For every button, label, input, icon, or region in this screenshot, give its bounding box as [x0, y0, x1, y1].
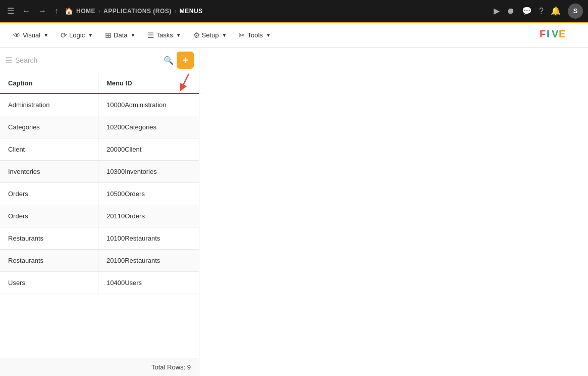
tasks-label: Tasks [156, 31, 173, 39]
home-icon: 🏠 [65, 7, 73, 15]
table-row[interactable]: Restaurants 20100Restaurants [0, 250, 199, 272]
up-icon[interactable]: ↑ [52, 5, 61, 18]
left-panel: ☰ 🔍 + Caption Menu ID [0, 48, 199, 376]
svg-text:E: E [559, 28, 565, 39]
chat-icon[interactable]: 💬 [522, 6, 532, 16]
cell-caption: Categories [0, 116, 98, 138]
logic-label: Logic [69, 31, 85, 39]
cell-menuid: 10200Categories [98, 116, 199, 138]
main-toolbar: 👁 Visual ▼ ⟳ Logic ▼ ⊞ Data ▼ ☰ Tasks ▼ … [0, 23, 588, 48]
cell-menuid: 10000Administration [98, 94, 199, 116]
logic-chevron: ▼ [88, 32, 93, 38]
data-label: Data [114, 31, 127, 39]
table-row[interactable]: Users 10400Users [0, 272, 199, 294]
visual-chevron: ▼ [43, 32, 48, 38]
avatar[interactable]: S [568, 4, 583, 19]
data-chevron: ▼ [131, 32, 136, 38]
tasks-menu[interactable]: ☰ Tasks ▼ [142, 28, 186, 43]
search-input[interactable] [15, 56, 161, 64]
cell-caption: Restaurants [0, 250, 98, 271]
table-row[interactable]: Categories 10200Categories [0, 116, 199, 138]
cell-menuid: 20000Client [98, 138, 199, 160]
nav-right-icons: ▶ ⏺ 💬 ? 🔔 S [494, 4, 583, 19]
tasks-icon: ☰ [147, 31, 154, 40]
main-content: ☰ 🔍 + Caption Menu ID [0, 48, 588, 376]
table-row[interactable]: Orders 20110Orders [0, 205, 199, 227]
back-icon[interactable]: ← [20, 5, 32, 18]
cell-caption: Restaurants [0, 227, 98, 249]
add-button[interactable]: + [177, 52, 194, 69]
setup-label: Setup [202, 31, 219, 39]
data-menu[interactable]: ⊞ Data ▼ [100, 28, 140, 43]
help-icon[interactable]: ? [539, 7, 544, 16]
cell-menuid: 20100Restaurants [98, 250, 199, 271]
tools-chevron: ▼ [266, 32, 271, 38]
bell-icon[interactable]: 🔔 [551, 6, 561, 16]
column-caption: Caption [0, 73, 98, 93]
hamburger-icon[interactable]: ☰ [5, 4, 16, 18]
svg-text:F: F [540, 28, 546, 39]
visual-label: Visual [23, 31, 40, 39]
logic-icon: ⟳ [61, 31, 67, 40]
column-menuid: Menu ID [98, 73, 199, 93]
forward-icon[interactable]: → [36, 5, 48, 18]
table-row[interactable]: Client 20000Client [0, 138, 199, 161]
cell-menuid: 10500Orders [98, 183, 199, 205]
tools-label: Tools [247, 31, 262, 39]
table-footer: Total Rows: 9 [0, 358, 199, 376]
tools-menu[interactable]: ✂ Tools ▼ [234, 28, 276, 43]
svg-text:I: I [547, 28, 550, 39]
cell-menuid: 10400Users [98, 272, 199, 294]
visual-menu[interactable]: 👁 Visual ▼ [8, 28, 54, 42]
cell-menuid: 20110Orders [98, 205, 199, 227]
cell-menuid: 10100Restaurants [98, 227, 199, 249]
table-row[interactable]: Administration 10000Administration [0, 94, 199, 116]
tasks-chevron: ▼ [176, 32, 181, 38]
data-table: Caption Menu ID Administration 10000Admi… [0, 73, 199, 358]
play-icon[interactable]: ▶ [494, 6, 500, 16]
search-bar: ☰ 🔍 + [0, 48, 199, 73]
breadcrumb-home[interactable]: HOME [76, 8, 95, 15]
setup-chevron: ▼ [222, 32, 227, 38]
setup-icon: ⚙ [193, 31, 200, 40]
top-navigation: ☰ ← → ↑ 🏠 HOME › APPLICATIONS (ROS) › ME… [0, 0, 588, 23]
right-panel [199, 48, 588, 376]
search-icon[interactable]: 🔍 [164, 56, 174, 65]
search-nav-icon[interactable]: ⏺ [507, 7, 515, 16]
tools-icon: ✂ [239, 31, 245, 40]
table-row[interactable]: Restaurants 10100Restaurants [0, 227, 199, 250]
table-row[interactable]: Orders 10500Orders [0, 183, 199, 205]
breadcrumb-separator-2: › [175, 8, 177, 15]
cell-caption: Orders [0, 205, 98, 227]
cell-caption: Inventories [0, 161, 98, 182]
filter-icon[interactable]: ☰ [5, 56, 12, 65]
visual-icon: 👁 [13, 31, 21, 39]
svg-text:V: V [552, 28, 559, 39]
cell-caption: Users [0, 272, 98, 294]
breadcrumb-menus[interactable]: MENUS [180, 8, 203, 15]
five-logo: F I V E [540, 27, 580, 43]
cell-caption: Orders [0, 183, 98, 205]
table-body: Administration 10000Administration Categ… [0, 94, 199, 294]
breadcrumb-applications[interactable]: APPLICATIONS (ROS) [103, 8, 172, 15]
table-header: Caption Menu ID [0, 73, 199, 94]
cell-caption: Client [0, 138, 98, 160]
cell-caption: Administration [0, 94, 98, 116]
data-icon: ⊞ [105, 31, 112, 40]
logic-menu[interactable]: ⟳ Logic ▼ [56, 28, 98, 43]
cell-menuid: 10300Inventories [98, 161, 199, 182]
setup-menu[interactable]: ⚙ Setup ▼ [188, 28, 232, 43]
breadcrumb: 🏠 HOME › APPLICATIONS (ROS) › MENUS [65, 7, 203, 15]
table-row[interactable]: Inventories 10300Inventories [0, 161, 199, 183]
breadcrumb-separator-1: › [98, 8, 100, 15]
